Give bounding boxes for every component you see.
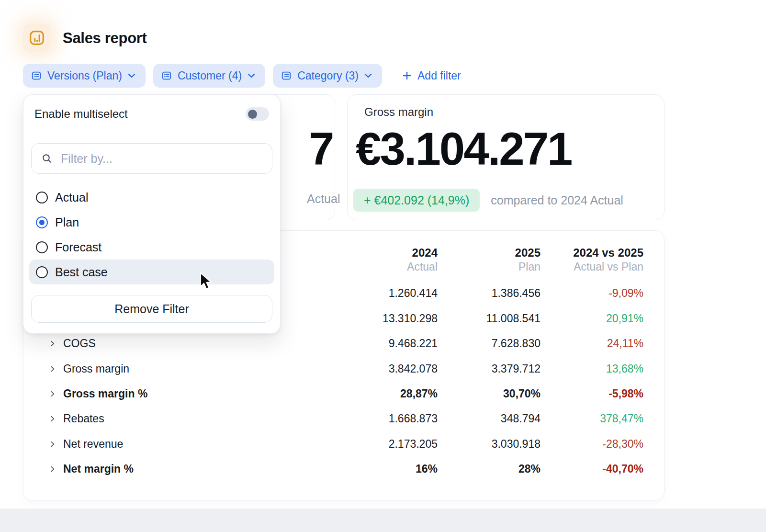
version-option-label: Plan bbox=[55, 215, 79, 229]
chevron-right-icon bbox=[48, 415, 56, 423]
radio-button bbox=[36, 192, 48, 204]
row-delta: 20,91% bbox=[541, 312, 643, 325]
report-icon-badge bbox=[23, 24, 51, 52]
page-title: Sales report bbox=[63, 30, 147, 47]
sales-report-page: Sales report Versions (Plan)Customer (4)… bbox=[0, 0, 766, 532]
enable-multiselect-label: Enable multiselect bbox=[34, 107, 128, 121]
filter-chip-label: Customer (4) bbox=[178, 69, 242, 82]
chevron-right-icon bbox=[48, 465, 56, 473]
row-label: Rebates bbox=[63, 412, 104, 425]
filter-bar: Versions (Plan)Customer (4)Category (3) … bbox=[23, 64, 468, 88]
row-value-2025: 11.008.541 bbox=[438, 312, 541, 325]
filter-search-input[interactable] bbox=[61, 152, 262, 166]
table-column-header: 2024 vs 2025Actual vs Plan bbox=[541, 246, 643, 274]
filter-chip-versions-plan[interactable]: Versions (Plan) bbox=[23, 64, 146, 88]
kpi-card-gross-margin: Gross margin €3.104.271 + €402.092 (14,9… bbox=[347, 94, 665, 220]
chevron-right-icon bbox=[48, 340, 56, 348]
page-bottom-strip bbox=[0, 509, 766, 532]
version-option-label: Actual bbox=[55, 191, 88, 204]
filter-search-box bbox=[31, 143, 272, 174]
row-label: Gross margin % bbox=[63, 387, 147, 400]
radio-button bbox=[36, 216, 48, 228]
kpi-value: €3.104.271 bbox=[356, 123, 571, 175]
plus-icon bbox=[401, 70, 413, 81]
version-option-label: Forecast bbox=[55, 240, 101, 254]
row-value-2024: 1.260.414 bbox=[294, 287, 438, 300]
row-value-2024: 28,87% bbox=[294, 387, 438, 400]
row-value-2024: 16% bbox=[294, 463, 438, 475]
row-value-2025: 7.628.830 bbox=[438, 337, 541, 350]
row-value-2024: 2.173.205 bbox=[294, 438, 438, 451]
row-value-2025: 28% bbox=[438, 463, 541, 475]
versions-filter-dropdown: Enable multiselect ActualPlanForecastBes… bbox=[23, 94, 281, 334]
row-label: Net margin % bbox=[63, 463, 134, 475]
chevron-down-icon bbox=[247, 73, 256, 79]
column-year: 2024 vs 2025 bbox=[541, 246, 643, 260]
kpi-comparison-text: compared to 2024 Actual bbox=[491, 193, 623, 207]
chevron-right-icon bbox=[48, 440, 56, 448]
list-filter-icon bbox=[161, 70, 172, 81]
filter-chip-category-3[interactable]: Category (3) bbox=[273, 64, 382, 88]
table-column-header: 2024Actual bbox=[294, 246, 438, 274]
kpi-title: Gross margin bbox=[364, 105, 433, 119]
table-row[interactable]: COGS9.468.2217.628.83024,11% bbox=[48, 331, 643, 356]
dropdown-divider bbox=[25, 130, 278, 130]
filter-chip-customer-4[interactable]: Customer (4) bbox=[153, 64, 265, 88]
table-row[interactable]: Rebates1.668.873348.794378,47% bbox=[48, 407, 643, 431]
row-delta: -28,30% bbox=[541, 438, 643, 451]
column-year: 2025 bbox=[438, 246, 541, 260]
add-filter-button[interactable]: Add filter bbox=[394, 64, 468, 88]
row-delta: 378,47% bbox=[541, 412, 643, 425]
table-row[interactable]: Net margin %16%28%-40,70% bbox=[48, 456, 643, 481]
chevron-down-icon bbox=[364, 73, 372, 79]
column-scenario: Actual bbox=[294, 260, 438, 274]
row-value-2024: 9.468.221 bbox=[294, 337, 438, 350]
version-option-plan[interactable]: Plan bbox=[29, 210, 274, 235]
kpi-delta-badge: + €402.092 (14,9%) bbox=[353, 189, 480, 212]
table-row[interactable]: Net revenue2.173.2053.030.918-28,30% bbox=[48, 431, 643, 456]
filter-chip-label: Versions (Plan) bbox=[47, 69, 122, 82]
kpi-left-value-fragment: 7 bbox=[309, 123, 333, 175]
row-value-2024: 3.842.078 bbox=[294, 362, 438, 375]
chevron-right-icon bbox=[48, 390, 56, 398]
row-value-2025: 3.379.712 bbox=[438, 362, 541, 375]
list-filter-icon bbox=[31, 70, 42, 81]
version-option-actual[interactable]: Actual bbox=[29, 185, 274, 210]
toggle-knob bbox=[248, 110, 257, 119]
column-year: 2024 bbox=[294, 246, 438, 260]
radio-button bbox=[36, 241, 48, 253]
row-value-2025: 1.386.456 bbox=[438, 287, 541, 300]
row-value-2025: 30,70% bbox=[438, 387, 541, 400]
row-label: Gross margin bbox=[63, 362, 129, 375]
version-option-forecast[interactable]: Forecast bbox=[29, 235, 274, 260]
add-filter-label: Add filter bbox=[417, 69, 461, 82]
table-row[interactable]: Gross margin %28,87%30,70%-5,98% bbox=[48, 381, 643, 406]
remove-filter-button[interactable]: Remove Filter bbox=[31, 295, 272, 323]
column-scenario: Plan bbox=[438, 260, 541, 274]
row-delta: -40,70% bbox=[541, 463, 643, 475]
filter-chip-label: Category (3) bbox=[297, 69, 359, 82]
row-value-2024: 1.668.873 bbox=[294, 412, 438, 425]
row-delta: -5,98% bbox=[541, 387, 643, 400]
row-value-2024: 13.310.298 bbox=[294, 312, 438, 325]
table-row[interactable]: Gross margin3.842.0783.379.71213,68% bbox=[48, 356, 643, 381]
chevron-down-icon bbox=[127, 73, 136, 79]
row-delta: 13,68% bbox=[541, 362, 643, 375]
version-option-label: Best case bbox=[55, 265, 108, 279]
version-option-best-case[interactable]: Best case bbox=[29, 260, 274, 284]
search-icon bbox=[41, 153, 53, 164]
row-delta: -9,09% bbox=[541, 287, 643, 300]
row-value-2025: 348.794 bbox=[438, 412, 541, 425]
multiselect-toggle[interactable] bbox=[246, 107, 269, 121]
row-value-2025: 3.030.918 bbox=[438, 438, 541, 451]
row-label: Net revenue bbox=[63, 438, 123, 451]
radio-button bbox=[36, 266, 48, 278]
kpi-left-caption-fragment: Actual bbox=[307, 192, 340, 206]
column-scenario: Actual vs Plan bbox=[541, 260, 643, 274]
row-label: COGS bbox=[63, 337, 96, 350]
row-delta: 24,11% bbox=[541, 337, 643, 350]
list-filter-icon bbox=[281, 70, 292, 81]
chevron-right-icon bbox=[48, 365, 56, 373]
table-column-header: 2025Plan bbox=[438, 246, 541, 274]
version-options-list: ActualPlanForecastBest case bbox=[29, 185, 274, 284]
